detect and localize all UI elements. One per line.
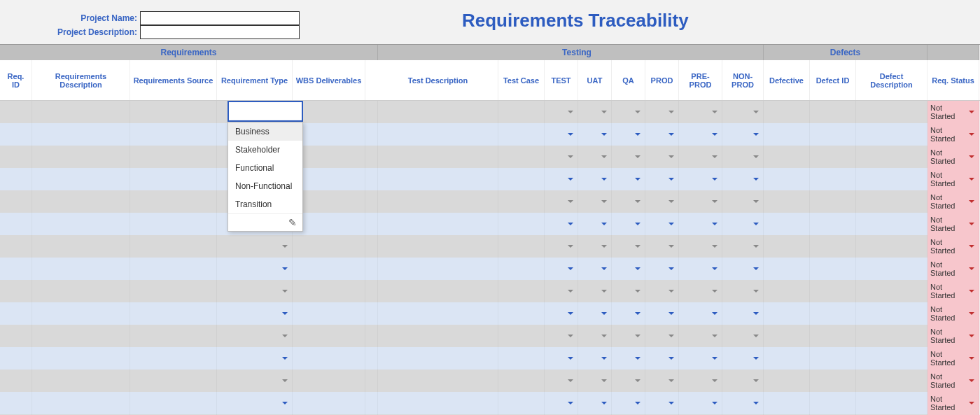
cell-uat[interactable]: [578, 146, 612, 168]
col-wbs[interactable]: WBS Deliverables: [293, 60, 365, 100]
cell-status[interactable]: Not Started: [927, 258, 979, 280]
dropdown-option-business[interactable]: Business: [228, 122, 302, 141]
cell-qa[interactable]: [612, 392, 645, 414]
cell-uat[interactable]: [578, 347, 612, 370]
cell-uat[interactable]: [578, 325, 612, 347]
dropdown-option-stakeholder[interactable]: Stakeholder: [228, 141, 302, 159]
dropdown-option-transition[interactable]: Transition: [228, 195, 302, 213]
col-test-case[interactable]: Test Case: [498, 60, 545, 100]
cell-reqtype[interactable]: [217, 370, 293, 392]
cell-reqtype[interactable]: [217, 325, 293, 347]
cell-test[interactable]: [545, 101, 578, 123]
cell-prod[interactable]: [645, 168, 679, 190]
cell-uat[interactable]: [578, 258, 612, 280]
cell-preprod[interactable]: [679, 168, 722, 190]
cell-test[interactable]: [545, 146, 578, 168]
cell-preprod[interactable]: [679, 347, 722, 370]
cell-status[interactable]: Not Started: [927, 213, 979, 235]
cell-prod[interactable]: [645, 101, 679, 123]
cell-preprod[interactable]: [679, 146, 722, 168]
cell-status[interactable]: Not Started: [927, 146, 979, 168]
cell-prod[interactable]: [645, 235, 679, 258]
cell-prod[interactable]: [645, 280, 679, 302]
cell-prod[interactable]: [645, 325, 679, 347]
cell-reqtype[interactable]: [217, 235, 293, 258]
cell-uat[interactable]: [578, 280, 612, 302]
cell-uat[interactable]: [578, 101, 612, 123]
cell-nonprod[interactable]: [722, 280, 764, 302]
cell-prod[interactable]: [645, 123, 679, 146]
cell-uat[interactable]: [578, 235, 612, 258]
col-req-type[interactable]: Requirement Type: [217, 60, 293, 100]
cell-status[interactable]: Not Started: [927, 302, 979, 325]
cell-nonprod[interactable]: [722, 325, 764, 347]
cell-test[interactable]: [545, 190, 578, 213]
cell-status[interactable]: Not Started: [927, 235, 979, 258]
cell-test[interactable]: [545, 392, 578, 414]
cell-reqtype[interactable]: [217, 280, 293, 302]
col-defective[interactable]: Defective: [764, 60, 810, 100]
dropdown-option-functional[interactable]: Functional: [228, 159, 302, 177]
cell-preprod[interactable]: [679, 325, 722, 347]
cell-preprod[interactable]: [679, 213, 722, 235]
cell-nonprod[interactable]: [722, 146, 764, 168]
cell-reqtype[interactable]: [217, 392, 293, 414]
cell-qa[interactable]: [612, 168, 645, 190]
cell-test[interactable]: [545, 302, 578, 325]
cell-qa[interactable]: [612, 347, 645, 370]
cell-prod[interactable]: [645, 302, 679, 325]
cell-status[interactable]: Not Started: [927, 168, 979, 190]
cell-prod[interactable]: [645, 370, 679, 392]
cell-test[interactable]: [545, 213, 578, 235]
cell-qa[interactable]: [612, 146, 645, 168]
cell-status[interactable]: Not Started: [927, 123, 979, 146]
cell-uat[interactable]: [578, 168, 612, 190]
cell-uat[interactable]: [578, 123, 612, 146]
cell-preprod[interactable]: [679, 190, 722, 213]
col-req-desc[interactable]: Requirements Description: [32, 60, 130, 100]
dropdown-edit-row[interactable]: ✎: [228, 213, 302, 231]
col-req-status[interactable]: Req. Status: [927, 60, 979, 100]
cell-qa[interactable]: [612, 235, 645, 258]
cell-reqtype[interactable]: [217, 258, 293, 280]
cell-preprod[interactable]: [679, 302, 722, 325]
cell-prod[interactable]: [645, 392, 679, 414]
cell-preprod[interactable]: [679, 392, 722, 414]
cell-test[interactable]: [545, 370, 578, 392]
cell-prod[interactable]: [645, 347, 679, 370]
cell-prod[interactable]: [645, 213, 679, 235]
cell-test[interactable]: [545, 235, 578, 258]
col-defect-id[interactable]: Defect ID: [810, 60, 856, 100]
cell-status[interactable]: Not Started: [927, 190, 979, 213]
cell-uat[interactable]: [578, 213, 612, 235]
cell-nonprod[interactable]: [722, 123, 764, 146]
cell-preprod[interactable]: [679, 370, 722, 392]
cell-preprod[interactable]: [679, 123, 722, 146]
cell-test[interactable]: [545, 123, 578, 146]
cell-test[interactable]: [545, 325, 578, 347]
cell-qa[interactable]: [612, 370, 645, 392]
col-test-desc[interactable]: Test Description: [378, 60, 498, 100]
cell-prod[interactable]: [645, 146, 679, 168]
cell-prod[interactable]: [645, 258, 679, 280]
cell-uat[interactable]: [578, 392, 612, 414]
cell-uat[interactable]: [578, 302, 612, 325]
cell-nonprod[interactable]: [722, 168, 764, 190]
cell-status[interactable]: Not Started: [927, 325, 979, 347]
col-uat[interactable]: UAT: [578, 60, 612, 100]
col-req-src[interactable]: Requirements Source: [130, 60, 217, 100]
cell-qa[interactable]: [612, 280, 645, 302]
project-name-input[interactable]: [140, 11, 300, 25]
cell-test[interactable]: [545, 168, 578, 190]
cell-nonprod[interactable]: [722, 213, 764, 235]
cell-status[interactable]: Not Started: [927, 370, 979, 392]
cell-preprod[interactable]: [679, 280, 722, 302]
cell-status[interactable]: Not Started: [927, 392, 979, 414]
cell-nonprod[interactable]: [722, 258, 764, 280]
cell-qa[interactable]: [612, 258, 645, 280]
col-defect-desc[interactable]: Defect Description: [856, 60, 927, 100]
project-description-input[interactable]: [140, 25, 300, 39]
cell-qa[interactable]: [612, 213, 645, 235]
col-test[interactable]: TEST: [545, 60, 578, 100]
cell-status[interactable]: Not Started: [927, 101, 979, 123]
